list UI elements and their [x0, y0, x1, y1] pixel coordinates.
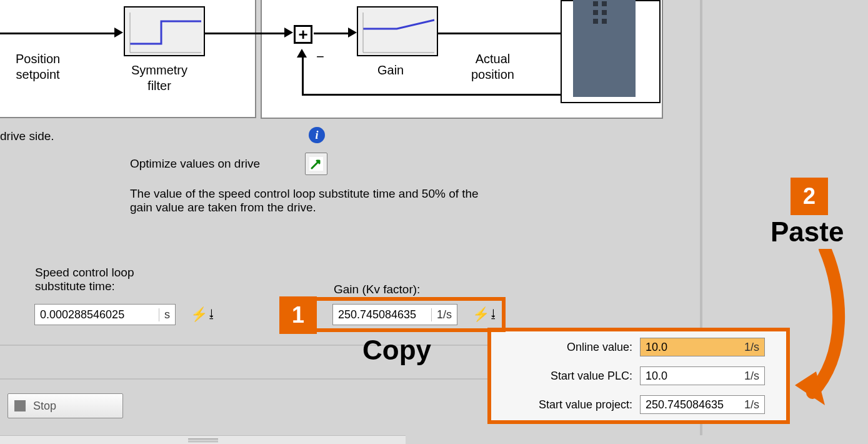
block-drive	[561, 0, 661, 103]
block-gain	[357, 6, 438, 56]
popup-label-online: Online value:	[496, 341, 640, 354]
popup-field-online[interactable]: 10.0 1/s	[640, 338, 765, 356]
label-gain: Gain	[377, 63, 404, 78]
label-optimize: Optimize values on drive	[130, 157, 260, 171]
annotation-arrow-icon	[787, 249, 856, 424]
flash-icon[interactable]: ⚡	[191, 306, 207, 323]
annotation-badge-2: 2	[791, 178, 828, 215]
popup-field-start-project[interactable]: 250.745084635 1/s	[640, 395, 765, 414]
stop-button[interactable]: Stop	[7, 393, 123, 418]
field-gain-kv-value: 250.745084635	[338, 308, 431, 321]
optimize-values-button[interactable]	[305, 153, 327, 175]
annotation-word-copy: Copy	[362, 335, 431, 366]
annotation-word-paste: Paste	[771, 216, 844, 248]
diagram-panel-right: + − Gain Actual position	[261, 0, 663, 119]
field-speed-sub-time-value: 0.000288546025	[40, 308, 159, 321]
label-position-setpoint: Position setpoint	[16, 51, 60, 83]
label-symmetry-filter: Symmetry filter	[131, 63, 187, 94]
stop-button-label: Stop	[33, 400, 56, 413]
label-gain-kv: Gain (Kv factor):	[334, 283, 420, 296]
popup-label-start-project: Start value project:	[496, 398, 640, 411]
app-root: Position setpoint Symmetry filter + −	[0, 0, 868, 444]
stop-icon	[14, 400, 26, 411]
field-speed-sub-time[interactable]: 0.000288546025 s	[34, 304, 176, 325]
sum-plus: +	[298, 26, 307, 43]
diagram-panel-left: Position setpoint Symmetry filter	[0, 0, 256, 118]
popup-field-start-plc[interactable]: 10.0 1/s	[640, 366, 765, 385]
download-icon[interactable]: ⭳	[206, 308, 217, 321]
field-gain-kv[interactable]: 250.745084635 1/s	[332, 304, 457, 325]
resize-grip[interactable]	[0, 435, 406, 444]
text-optimize-description: The value of the speed control loop subs…	[130, 187, 479, 214]
download-icon-2[interactable]: ⭳	[488, 308, 499, 321]
value-popup: Online value: 10.0 1/s Start value PLC: …	[489, 329, 789, 423]
field-speed-sub-time-unit: s	[159, 308, 170, 321]
sum-minus: −	[316, 48, 324, 66]
field-gain-kv-unit: 1/s	[431, 308, 452, 321]
label-speed-sub-time: Speed control loop substitute time:	[35, 266, 134, 293]
text-drive-side: drive side.	[0, 129, 54, 143]
summing-junction: +	[294, 25, 312, 44]
block-symmetry-filter	[124, 6, 205, 56]
annotation-badge-1: 1	[279, 296, 317, 334]
info-icon: i	[309, 127, 325, 143]
label-actual-position: Actual position	[471, 51, 514, 83]
flash-icon-2[interactable]: ⚡	[472, 306, 489, 323]
popup-label-start-plc: Start value PLC:	[496, 370, 640, 383]
